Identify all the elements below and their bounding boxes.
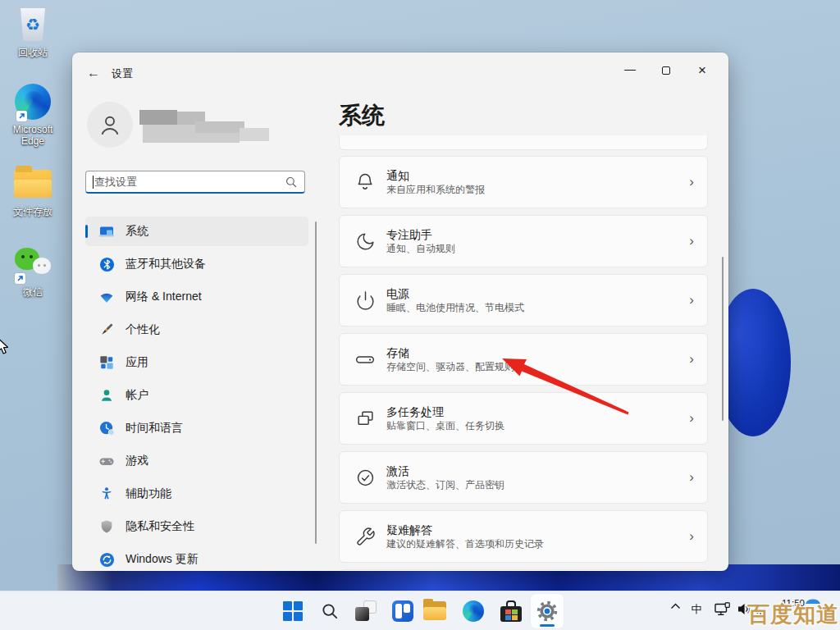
- sidebar-item-system[interactable]: 系统: [85, 217, 308, 246]
- sidebar-item-label: 辅助功能: [126, 486, 171, 501]
- store-button[interactable]: [500, 600, 523, 623]
- wrench-icon: [354, 525, 377, 548]
- card-power[interactable]: 电源睡眠、电池使用情况、节电模式 ›: [339, 274, 708, 326]
- sidebar-item-label: 时间和语言: [126, 421, 183, 436]
- ime-indicator[interactable]: 中: [689, 602, 704, 617]
- power-icon: [354, 289, 377, 312]
- storage-drive-icon: [354, 348, 377, 371]
- close-icon: ×: [698, 62, 706, 79]
- sidebar-item-privacy[interactable]: 隐私和安全性: [85, 512, 308, 541]
- taskbar: 中 11:50 2: [0, 591, 840, 630]
- desktop-icon-label: 微信: [23, 286, 43, 298]
- sidebar-item-personalization[interactable]: 个性化: [85, 315, 308, 345]
- maximize-icon: [662, 66, 670, 75]
- search-input[interactable]: 查找设置: [85, 171, 305, 194]
- card-notifications[interactable]: 通知来自应用和系统的警报 ›: [339, 156, 708, 208]
- card-title: 激活: [386, 463, 689, 478]
- update-icon: [98, 551, 115, 568]
- chevron-up-icon: [670, 603, 681, 609]
- desktop-icon-edge[interactable]: Microsoft Edge: [0, 82, 66, 147]
- settings-window: ← 设置 — × 查找设置 系统: [72, 52, 728, 571]
- minimize-button[interactable]: —: [612, 59, 648, 82]
- sidebar-item-label: 游戏: [126, 454, 148, 468]
- desktop-icon-label: 回收站: [18, 47, 48, 58]
- bluetooth-icon: [98, 256, 115, 272]
- shortcut-arrow-icon: [16, 111, 27, 121]
- sidebar-item-gaming[interactable]: 游戏: [85, 446, 308, 476]
- card-subtitle: 建议的疑难解答、首选项和历史记录: [386, 538, 689, 550]
- card-title: 专注助手: [386, 227, 689, 242]
- settings-button[interactable]: [536, 600, 559, 623]
- chevron-right-icon: ›: [689, 174, 694, 190]
- sidebar-item-accessibility[interactable]: 辅助功能: [85, 479, 308, 509]
- sidebar-item-time-language[interactable]: 时间和语言: [85, 413, 308, 443]
- page-title: 系统: [339, 100, 385, 131]
- sidebar-item-accounts[interactable]: 帐户: [85, 381, 308, 410]
- system-icon: [98, 223, 115, 240]
- network-tray-icon[interactable]: [713, 602, 733, 617]
- sidebar-item-label: 应用: [126, 355, 148, 370]
- card-storage[interactable]: 存储存储空间、驱动器、配置规则 ›: [339, 333, 708, 386]
- sidebar-scrollbar[interactable]: [315, 221, 317, 544]
- card-title: 电源: [386, 286, 689, 301]
- desktop-icon-wechat[interactable]: 微信: [0, 244, 66, 298]
- scrolled-card-partial[interactable]: [339, 135, 708, 150]
- clock-icon: [98, 420, 115, 436]
- card-multitasking[interactable]: 多任务处理贴靠窗口、桌面、任务切换 ›: [339, 392, 708, 445]
- desktop-icon-folder[interactable]: 文件存放: [0, 164, 66, 217]
- minimize-icon: —: [624, 62, 636, 75]
- chevron-right-icon: ›: [689, 351, 694, 368]
- chevron-right-icon: ›: [689, 410, 694, 427]
- blurred-username: [240, 128, 269, 141]
- recycle-glyph: ♻: [25, 16, 40, 33]
- next-card-partial[interactable]: [339, 569, 708, 571]
- sidebar-item-bluetooth[interactable]: 蓝牙和其他设备: [85, 249, 308, 279]
- gear-icon: [536, 600, 559, 623]
- sidebar-item-windows-update[interactable]: Windows 更新: [85, 545, 308, 571]
- sidebar-item-apps[interactable]: 应用: [85, 348, 308, 377]
- task-view-icon: [355, 600, 377, 622]
- search-icon: [285, 176, 298, 189]
- card-title: 多任务处理: [386, 404, 689, 419]
- desktop-icon-recycle-bin[interactable]: ♻ 回收站: [0, 5, 66, 58]
- account-icon: [98, 387, 115, 404]
- avatar[interactable]: [87, 102, 133, 148]
- watermark: 百度知道: [747, 600, 839, 629]
- chevron-right-icon: ›: [689, 233, 694, 249]
- blurred-username: [139, 110, 177, 125]
- card-subtitle: 贴靠窗口、桌面、任务切换: [386, 420, 689, 432]
- start-button[interactable]: [281, 600, 304, 623]
- file-explorer-icon: [423, 601, 446, 621]
- file-explorer-button[interactable]: [423, 600, 446, 623]
- back-button[interactable]: ←: [84, 64, 103, 82]
- mouse-cursor: [0, 337, 10, 355]
- desktop: ♻ 回收站 Microsoft Edge 文件存放 微信 ← 设置: [0, 0, 840, 630]
- store-icon: [500, 600, 522, 623]
- card-focus-assist[interactable]: 专注助手通知、自动规则 ›: [339, 215, 708, 267]
- accessibility-icon: [98, 486, 115, 502]
- widgets-button[interactable]: [391, 600, 414, 623]
- selected-indicator: [85, 225, 88, 238]
- tray-chevron-up[interactable]: [668, 603, 682, 609]
- card-title: 存储: [386, 345, 689, 360]
- shortcut-arrow-icon: [15, 273, 25, 284]
- card-activation[interactable]: 激活激活状态、订阅、产品密钥 ›: [339, 451, 708, 504]
- edge-button[interactable]: [462, 600, 485, 623]
- maximize-button[interactable]: [648, 59, 684, 82]
- shield-icon: [98, 518, 115, 535]
- search-placeholder: 查找设置: [94, 175, 285, 189]
- recycle-bin-icon: ♻: [19, 8, 47, 41]
- sidebar-item-network[interactable]: 网络 & Internet: [85, 282, 308, 312]
- widgets-icon: [392, 600, 413, 622]
- task-view-button[interactable]: [354, 600, 377, 623]
- sidebar-item-label: 隐私和安全性: [126, 519, 194, 534]
- card-troubleshoot[interactable]: 疑难解答建议的疑难解答、首选项和历史记录 ›: [339, 510, 708, 563]
- taskbar-search-button[interactable]: [318, 600, 341, 623]
- content-scrollbar[interactable]: [722, 257, 724, 421]
- bell-icon: [354, 171, 377, 194]
- card-title: 疑难解答: [386, 523, 689, 537]
- back-arrow-icon: ←: [87, 66, 100, 80]
- sidebar-item-label: 网络 & Internet: [126, 290, 202, 304]
- close-button[interactable]: ×: [684, 59, 720, 82]
- monitor-network-icon: [714, 602, 732, 617]
